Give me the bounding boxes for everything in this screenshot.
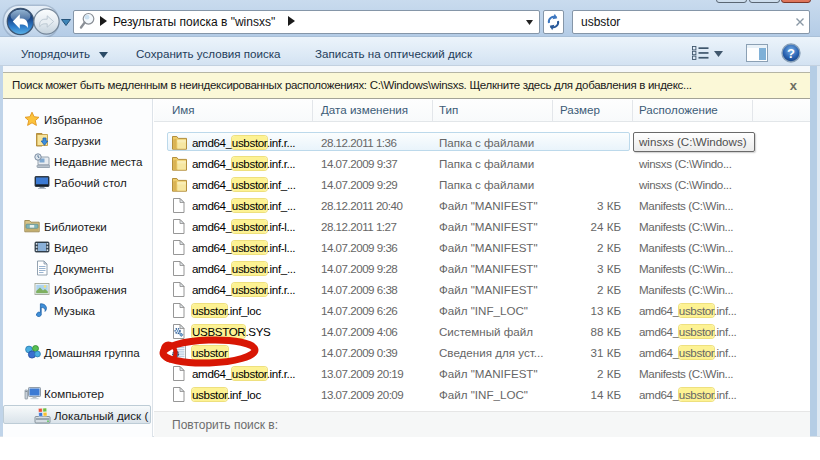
svg-text:?: ? — [787, 46, 795, 61]
